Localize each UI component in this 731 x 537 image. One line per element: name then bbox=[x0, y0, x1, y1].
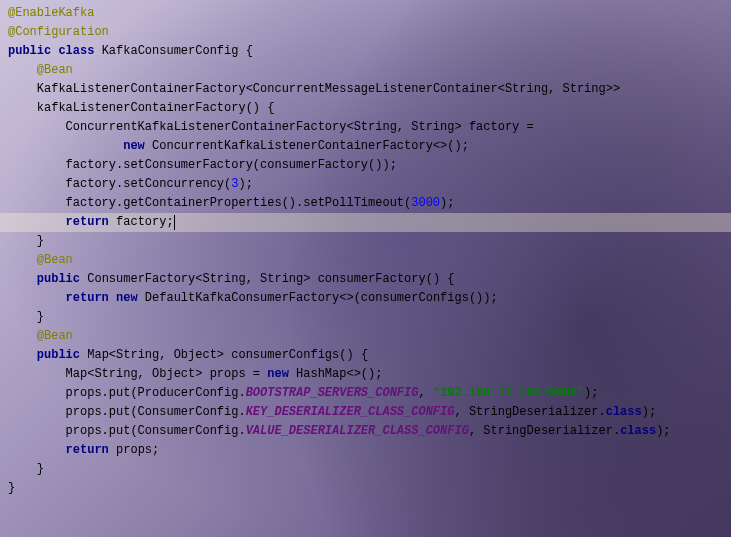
code-token: } bbox=[37, 460, 44, 479]
code-line[interactable]: return props; bbox=[0, 441, 731, 460]
code-token: VALUE_DESERIALIZER_CLASS_CONFIG bbox=[246, 422, 469, 441]
code-line[interactable]: } bbox=[0, 308, 731, 327]
code-token: return bbox=[66, 213, 116, 232]
code-line[interactable]: } bbox=[0, 232, 731, 251]
code-token: return new bbox=[66, 289, 145, 308]
code-line[interactable]: public class KafkaConsumerConfig { bbox=[0, 42, 731, 61]
code-line[interactable]: factory.setConcurrency(3); bbox=[0, 175, 731, 194]
code-token: public class bbox=[8, 42, 102, 61]
code-token: Map<String, Object> consumerConfigs() { bbox=[87, 346, 368, 365]
code-token: @Bean bbox=[37, 251, 73, 270]
code-token: ConcurrentKafkaListenerContainerFactory<… bbox=[152, 137, 469, 156]
code-token: new bbox=[267, 365, 296, 384]
code-token: KafkaConsumerConfig { bbox=[102, 42, 253, 61]
code-line[interactable]: } bbox=[0, 479, 731, 498]
code-token: } bbox=[8, 479, 15, 498]
code-token: public bbox=[37, 270, 87, 289]
code-token: kafkaListenerContainerFactory() { bbox=[37, 99, 275, 118]
code-line[interactable]: @Bean bbox=[0, 251, 731, 270]
code-token: Map<String, Object> props = bbox=[66, 365, 268, 384]
code-line[interactable]: factory.getContainerProperties().setPoll… bbox=[0, 194, 731, 213]
code-token: ); bbox=[656, 422, 670, 441]
code-line[interactable]: kafkaListenerContainerFactory() { bbox=[0, 99, 731, 118]
code-token: @Bean bbox=[37, 327, 73, 346]
code-line[interactable]: ConcurrentKafkaListenerContainerFactory<… bbox=[0, 118, 731, 137]
code-token: new bbox=[123, 137, 152, 156]
code-token: @EnableKafka bbox=[8, 4, 94, 23]
code-token: } bbox=[37, 232, 44, 251]
code-token: factory.getContainerProperties().setPoll… bbox=[66, 194, 412, 213]
code-line[interactable]: return new DefaultKafkaConsumerFactory<>… bbox=[0, 289, 731, 308]
code-token: ); bbox=[584, 384, 598, 403]
code-editor[interactable]: @EnableKafka@Configurationpublic class K… bbox=[0, 0, 731, 498]
code-token: factory.setConsumerFactory(consumerFacto… bbox=[66, 156, 397, 175]
code-token: BOOTSTRAP_SERVERS_CONFIG bbox=[246, 384, 419, 403]
code-token: "192.168.17.165:9092" bbox=[433, 384, 584, 403]
code-line[interactable]: KafkaListenerContainerFactory<Concurrent… bbox=[0, 80, 731, 99]
code-token: ); bbox=[642, 403, 656, 422]
code-token: ConsumerFactory<String, String> consumer… bbox=[87, 270, 454, 289]
code-line[interactable]: } bbox=[0, 460, 731, 479]
code-token: props.put(ProducerConfig. bbox=[66, 384, 246, 403]
code-token: HashMap<>(); bbox=[296, 365, 382, 384]
code-token: 3 bbox=[231, 175, 238, 194]
code-line[interactable]: @Configuration bbox=[0, 23, 731, 42]
code-token: class bbox=[606, 403, 642, 422]
code-token: } bbox=[37, 308, 44, 327]
code-line[interactable]: return factory; bbox=[0, 213, 731, 232]
code-token: 3000 bbox=[411, 194, 440, 213]
code-line[interactable]: factory.setConsumerFactory(consumerFacto… bbox=[0, 156, 731, 175]
code-token: KEY_DESERIALIZER_CLASS_CONFIG bbox=[246, 403, 455, 422]
code-token: , StringDeserializer. bbox=[469, 422, 620, 441]
code-line[interactable]: props.put(ConsumerConfig.VALUE_DESERIALI… bbox=[0, 422, 731, 441]
code-line[interactable]: props.put(ConsumerConfig.KEY_DESERIALIZE… bbox=[0, 403, 731, 422]
code-token: KafkaListenerContainerFactory<Concurrent… bbox=[37, 80, 620, 99]
code-line[interactable]: public Map<String, Object> consumerConfi… bbox=[0, 346, 731, 365]
code-token: , bbox=[418, 384, 432, 403]
code-token: @Configuration bbox=[8, 23, 109, 42]
code-token: class bbox=[620, 422, 656, 441]
code-token: public bbox=[37, 346, 87, 365]
code-token: props.put(ConsumerConfig. bbox=[66, 403, 246, 422]
code-line[interactable]: @Bean bbox=[0, 327, 731, 346]
code-token: ); bbox=[440, 194, 454, 213]
code-token: ); bbox=[238, 175, 252, 194]
code-token: ConcurrentKafkaListenerContainerFactory<… bbox=[66, 118, 534, 137]
code-line[interactable]: Map<String, Object> props = new HashMap<… bbox=[0, 365, 731, 384]
code-token: props.put(ConsumerConfig. bbox=[66, 422, 246, 441]
code-token: , StringDeserializer. bbox=[454, 403, 605, 422]
code-line[interactable]: @Bean bbox=[0, 61, 731, 80]
code-line[interactable]: props.put(ProducerConfig.BOOTSTRAP_SERVE… bbox=[0, 384, 731, 403]
code-token: props; bbox=[116, 441, 159, 460]
code-token: @Bean bbox=[37, 61, 73, 80]
code-token: return bbox=[66, 441, 116, 460]
code-token: factory; bbox=[116, 213, 174, 232]
code-line[interactable]: new ConcurrentKafkaListenerContainerFact… bbox=[0, 137, 731, 156]
code-token: factory.setConcurrency( bbox=[66, 175, 232, 194]
code-line[interactable]: public ConsumerFactory<String, String> c… bbox=[0, 270, 731, 289]
text-caret bbox=[174, 215, 175, 230]
code-token: DefaultKafkaConsumerFactory<>(consumerCo… bbox=[145, 289, 498, 308]
code-line[interactable]: @EnableKafka bbox=[0, 4, 731, 23]
